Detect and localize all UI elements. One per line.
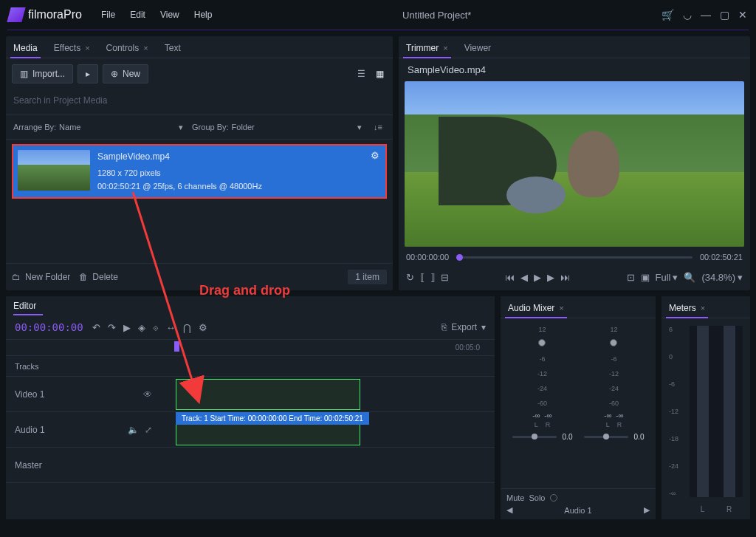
scrubber-knob[interactable] (456, 254, 463, 261)
visibility-icon[interactable]: 👁 (143, 389, 152, 400)
maximize-icon[interactable]: ▢ (720, 9, 729, 21)
close-icon[interactable]: × (559, 304, 563, 312)
track-master: Master (6, 448, 495, 483)
media-panel: Media Effects× Controls× Text ▥ Import..… (6, 36, 393, 290)
grid-view-icon[interactable]: ▦ (373, 66, 387, 82)
tab-trimmer[interactable]: Trimmer× (403, 38, 451, 58)
pan-slider[interactable] (584, 436, 628, 438)
solo-button[interactable]: Solo (529, 493, 545, 502)
mixer-prev-icon[interactable]: ◀ (506, 505, 512, 515)
close-icon[interactable]: × (701, 304, 705, 312)
tab-effects[interactable]: Effects× (51, 38, 93, 58)
cart-icon[interactable]: 🛒 (662, 9, 674, 21)
right-tabs: Trimmer× Viewer (399, 36, 750, 58)
preview-size-dropdown[interactable]: Full ▾ (656, 272, 678, 283)
account-icon[interactable]: ◡ (683, 9, 692, 21)
track-content-video-1[interactable]: Track: 1 Start Time: 00:00:00:00 End Tim… (161, 377, 495, 411)
tab-audio-mixer[interactable]: Audio Mixer× (505, 298, 567, 318)
preview-scrubber[interactable] (456, 256, 693, 259)
clip-tooltip: Track: 1 Start Time: 00:00:00:00 End Tim… (176, 412, 369, 425)
preview-playback-bar: 00:00:00:00 00:02:50:21 (399, 247, 750, 267)
search-input[interactable] (13, 92, 385, 109)
menu-view[interactable]: View (160, 10, 179, 20)
fader-knob[interactable] (610, 339, 617, 346)
new-folder-button[interactable]: 🗀 New Folder (12, 272, 70, 282)
fader-knob[interactable] (538, 339, 546, 346)
tab-controls[interactable]: Controls× (103, 38, 151, 58)
export-button[interactable]: ⎘ Export ▾ (441, 322, 486, 332)
media-item-metadata: 00:02:50:21 @ 25fps, 6 channels @ 48000H… (97, 180, 262, 194)
media-toolbar: ▥ Import... ▸ ⊕ New ☰ ▦ (6, 58, 393, 89)
play-icon[interactable]: ▶ (534, 272, 541, 283)
tab-text[interactable]: Text (162, 38, 184, 58)
group-by-dropdown[interactable]: Group By: Folder▾ (192, 123, 362, 132)
expand-icon[interactable]: ⤢ (145, 425, 152, 435)
close-icon[interactable]: ✕ (738, 9, 747, 21)
settings-icon[interactable]: ⚙ (199, 322, 207, 333)
snap-icon[interactable]: ⋂ (183, 322, 191, 333)
next-frame-icon[interactable]: ⏭ (560, 272, 570, 283)
zoom-dropdown[interactable]: (34.8%) ▾ (701, 272, 743, 283)
fader-right[interactable]: 12 0 -6 -12 -24 -60 -∞ -∞ LR 0.0 (581, 326, 647, 481)
media-item-resolution: 1280 x 720 pixels (97, 167, 262, 180)
list-view-icon[interactable]: ☰ (354, 66, 368, 82)
new-button[interactable]: ⊕ New (103, 64, 148, 83)
close-icon[interactable]: × (443, 44, 447, 52)
editor-timecode[interactable]: 00:00:00:00 (15, 321, 83, 333)
undo-icon[interactable]: ↶ (92, 322, 100, 333)
mark-out-icon[interactable]: ⟧ (430, 272, 435, 283)
editor-panel: Editor 00:00:00:00 ↶ ↷ ▶ ◈ ⟐ ↔ ⋂ ⚙ ⎘ Exp… (6, 296, 495, 519)
mute-icon[interactable]: 🔈 (128, 425, 139, 435)
prev-frame-icon[interactable]: ⏮ (505, 272, 515, 283)
logo-text: filmoraPro (28, 8, 82, 21)
tab-media[interactable]: Media (10, 38, 41, 58)
step-fwd-icon[interactable]: ▶ (547, 272, 554, 283)
sort-icon[interactable]: ↓≡ (371, 120, 385, 134)
timeline-ruler[interactable]: 00:05:0 (6, 340, 495, 356)
tab-meters[interactable]: Meters× (666, 298, 708, 318)
tab-editor[interactable]: Editor (6, 296, 44, 315)
step-back-icon[interactable]: ◀ (520, 272, 528, 283)
arrange-by-dropdown[interactable]: Arrange By: Name▾ (13, 123, 183, 132)
playhead[interactable] (174, 341, 179, 352)
window-controls: 🛒 ◡ — ▢ ✕ (662, 9, 747, 21)
video-clip[interactable] (176, 379, 360, 410)
fader-left[interactable]: 12 0 -6 -12 -24 -60 -∞ -∞ LR 0.0 (509, 326, 576, 481)
media-item[interactable]: SampleVideo.mp4 1280 x 720 pixels 00:02:… (12, 144, 387, 199)
mark-in-icon[interactable]: ⟦ (420, 272, 425, 283)
record-button[interactable] (550, 494, 557, 502)
safe-zone-icon[interactable]: ▣ (641, 272, 650, 283)
close-icon[interactable]: × (85, 44, 89, 52)
time-total: 00:02:50:21 (700, 253, 743, 261)
main-menu: File Edit View Help (101, 10, 213, 20)
overlay-icon[interactable]: ⊡ (627, 272, 635, 283)
menu-help[interactable]: Help (194, 10, 213, 20)
select-tool-icon[interactable]: ▶ (123, 322, 131, 333)
gear-icon[interactable]: ⚙ (371, 150, 379, 161)
menu-edit[interactable]: Edit (130, 10, 145, 20)
search-icon[interactable]: 🔍 (684, 272, 695, 283)
ripple-tool-icon[interactable]: ◈ (138, 322, 145, 333)
loop-icon[interactable]: ↻ (406, 272, 414, 283)
slice-tool-icon[interactable]: ⟐ (153, 322, 159, 333)
delete-button[interactable]: 🗑 Delete (79, 272, 118, 282)
insert-icon[interactable]: ⊟ (441, 272, 449, 283)
meters-scale: 60-6-12-18-24-∞ (669, 326, 678, 497)
redo-icon[interactable]: ↷ (108, 322, 116, 333)
arrange-row: Arrange By: Name▾ Group By: Folder▾ ↓≡ (6, 114, 393, 140)
preview-panel: Trimmer× Viewer SampleVideo.mp4 00:00:00… (399, 36, 750, 290)
mute-button[interactable]: Mute (506, 493, 524, 502)
slip-tool-icon[interactable]: ↔ (166, 322, 176, 333)
tab-viewer[interactable]: Viewer (461, 38, 494, 58)
minimize-icon[interactable]: — (701, 9, 711, 21)
import-dropdown-button[interactable]: ▸ (78, 64, 98, 83)
track-label: Video 1 (15, 389, 44, 400)
tracks-header-row: Tracks (6, 356, 495, 377)
item-count: 1 item (348, 270, 387, 284)
preview-viewport[interactable] (405, 81, 744, 247)
menu-file[interactable]: File (101, 10, 115, 20)
close-icon[interactable]: × (143, 44, 148, 52)
import-button[interactable]: ▥ Import... (12, 64, 73, 83)
mixer-next-icon[interactable]: ▶ (644, 505, 650, 515)
pan-slider[interactable] (512, 436, 557, 438)
